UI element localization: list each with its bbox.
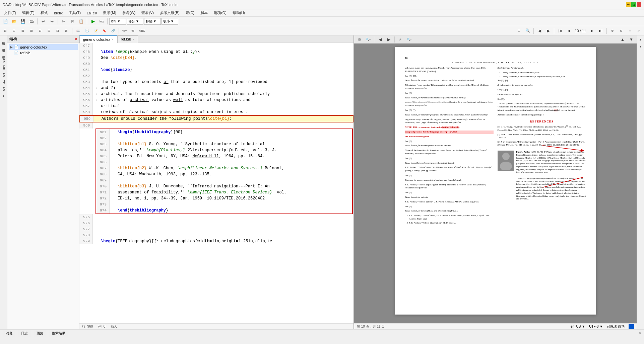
preview-scroll-up[interactable]: ▲ — [619, 36, 627, 43]
tool-as[interactable]: AS — [0, 71, 7, 78]
pdf-note3: the information is given. — [405, 135, 494, 139]
bottom-close-button[interactable]: × — [639, 331, 641, 336]
editor-content[interactable]: 947 948 \item \emph{Example when using e… — [79, 43, 353, 323]
ref2-button[interactable]: 📑 — [83, 27, 91, 34]
menu-tools[interactable]: 工具(T) — [66, 10, 83, 16]
tool-as2[interactable]: AS — [0, 85, 7, 92]
menu-edit[interactable]: 编辑(E) — [19, 10, 37, 16]
preview-zoom-out[interactable]: 🔍- — [405, 36, 413, 43]
preview-zoom-in[interactable]: 🔍+ — [364, 36, 372, 43]
fit-page-button[interactable]: ⤢ — [635, 27, 643, 34]
menu-math[interactable]: 数学(M) — [101, 10, 119, 16]
grid5-button[interactable]: ⊞ — [36, 27, 44, 34]
menu-latex[interactable]: LaTeX — [84, 10, 100, 16]
tab-main-close-icon[interactable]: × — [112, 37, 114, 41]
menu-bib[interactable]: 参考文献(B) — [157, 10, 182, 16]
page-next-button[interactable]: ▶ — [588, 27, 596, 34]
bottom-tab-log[interactable]: 日志 — [18, 330, 31, 337]
ref5-button[interactable]: 🔗 — [109, 27, 117, 34]
uncomment-button[interactable]: %- — [129, 27, 137, 34]
spell-button[interactable]: ABC — [138, 27, 146, 34]
menu-file[interactable]: 文件(F) — [1, 10, 19, 16]
bottom-tab-search[interactable]: 搜索结果 — [49, 330, 68, 337]
preview-fit-button[interactable]: ⊡ — [515, 27, 523, 34]
nav-back-button[interactable]: ◀ — [535, 27, 543, 34]
save-button[interactable]: 💾 — [19, 18, 27, 25]
tab-main-tex[interactable]: generic-color.tex × — [79, 35, 117, 43]
tool-label[interactable]: 标签 — [0, 50, 7, 57]
preview-fit[interactable]: ⤢ — [396, 36, 404, 43]
menu-ref-w[interactable]: 参考(W) — [120, 10, 138, 16]
ref1-button[interactable]: 📖 — [74, 27, 82, 34]
bottom-tab-messages[interactable]: 消息 — [3, 330, 15, 337]
redo-button[interactable]: ↪ — [48, 18, 56, 25]
tool-ps[interactable]: PS — [0, 57, 7, 64]
minimize-button[interactable]: ─ — [626, 2, 631, 7]
zoom-in2-button[interactable]: ⊕ — [608, 27, 617, 34]
zoom-out-button[interactable]: ⊖ — [617, 27, 625, 34]
undo-button[interactable]: ↩ — [39, 18, 47, 25]
menu-options[interactable]: 选项(O) — [211, 10, 229, 16]
line-978: 978 — [79, 232, 353, 238]
preview-forward[interactable]: ▶ — [385, 36, 393, 43]
tool-mp[interactable]: MP — [0, 64, 7, 71]
encoding-indicator: UTF-8 ▼ — [589, 325, 603, 328]
tab-ref-bib[interactable]: ref.bib × — [117, 35, 138, 43]
comment-button[interactable]: %+ — [121, 27, 129, 34]
tool-dot[interactable]: ● — [0, 92, 7, 99]
preview-back[interactable]: ◀ — [376, 36, 384, 43]
page-first-button[interactable]: |◀ — [556, 27, 564, 34]
ref3-button[interactable]: 📝 — [91, 27, 100, 34]
build-button[interactable]: ▶ — [89, 18, 97, 25]
grid8-button[interactable]: ⊠ — [62, 27, 70, 34]
copy-button[interactable]: ⎘ — [68, 18, 76, 25]
page-prev-button[interactable]: ◀ — [565, 27, 573, 34]
preview-nav-back[interactable]: ⊡ — [356, 36, 364, 43]
menu-macro[interactable]: 宏(C) — [183, 10, 197, 16]
preview-content[interactable]: 10 GENERIC COLORIZED JOURNAL, VOL. XX, N… — [354, 44, 637, 323]
left-dropdown[interactable]: left( ▼ — [109, 18, 126, 25]
menu-help[interactable]: 帮助(H) — [230, 10, 248, 16]
tool-bookmark[interactable]: 书签 — [0, 43, 7, 50]
grid1-button[interactable]: ⊞ — [1, 27, 9, 34]
tree-item-bib[interactable]: 📄 ref.bib — [9, 50, 78, 56]
new-button[interactable]: 📄 — [1, 18, 9, 25]
preview-scroll-dn[interactable]: ▼ — [627, 36, 635, 43]
sidebar-close-button[interactable]: × — [74, 36, 77, 41]
rs-btn1[interactable]: ▲ — [637, 36, 644, 43]
section-dropdown[interactable]: 部分 ▼ — [127, 18, 143, 25]
grid7-button[interactable]: ⊟ — [54, 27, 62, 34]
grid2-button[interactable]: ⊞ — [10, 27, 18, 34]
zoom-in-button[interactable]: 🔍 — [524, 27, 532, 34]
maximize-button[interactable]: □ — [631, 2, 636, 7]
paste-button[interactable]: 📋 — [77, 18, 85, 25]
rs-btn2[interactable]: ▼ — [637, 43, 644, 50]
tab-bib-close-icon[interactable]: × — [132, 37, 134, 41]
menu-view[interactable]: 查看(V) — [139, 10, 156, 16]
page-indicator: 10 / 11 — [573, 29, 587, 33]
menu-style[interactable]: 样式 — [38, 10, 51, 16]
page-last-button[interactable]: ▶| — [597, 27, 605, 34]
grid6-button[interactable]: ⊞ — [45, 27, 53, 34]
grid3-button[interactable]: ⊞ — [19, 27, 27, 34]
menu-idefix[interactable]: Idefix — [51, 10, 65, 16]
save-all-button[interactable]: 🗃 — [27, 18, 36, 25]
ref4-button[interactable]: 🔖 — [100, 27, 108, 34]
nav-fwd-button[interactable]: ▶ — [544, 27, 552, 34]
view-log-button[interactable]: log — [98, 18, 106, 25]
size-dropdown[interactable]: 极小 ▼ — [162, 18, 178, 25]
title-bar-text: DA\Desktop\MI BCICIV Paper\Alternate-Tra… — [3, 3, 178, 7]
grid4-button[interactable]: ⊞ — [27, 27, 36, 34]
tree-item-main[interactable]: ▶ 📄 generic-color.tex — [9, 44, 78, 50]
bottom-tab-preview[interactable]: 预览 — [34, 330, 46, 337]
open-button[interactable]: 📂 — [10, 18, 18, 25]
fit-width-button[interactable]: ↔ — [626, 27, 634, 34]
tag-dropdown[interactable]: 标签 ▼ — [144, 18, 161, 25]
menu-script[interactable]: 脚本 — [198, 10, 210, 16]
cut-button[interactable]: ✂ — [60, 18, 68, 25]
tool-structure[interactable]: 结构 — [0, 36, 7, 43]
svg-point-0 — [502, 153, 510, 160]
tool-tz[interactable]: TZ — [0, 78, 7, 85]
pdf-page-wrapper: 10 GENERIC COLORIZED JOURNAL, VOL. XX, N… — [395, 47, 596, 320]
close-button[interactable]: × — [637, 2, 641, 7]
